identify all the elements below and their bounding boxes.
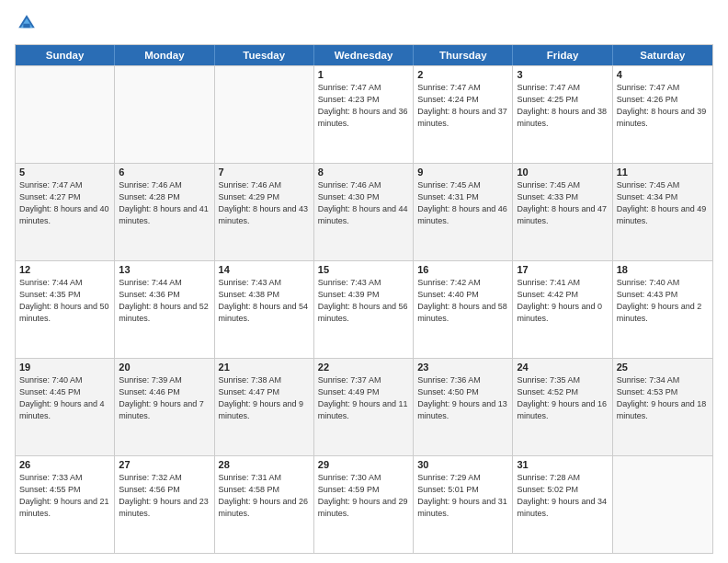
- calendar-cell: 21Sunrise: 7:38 AM Sunset: 4:47 PM Dayli…: [215, 359, 314, 455]
- day-number: 27: [119, 459, 210, 470]
- day-info: Sunrise: 7:40 AM Sunset: 4:43 PM Dayligh…: [617, 277, 709, 325]
- day-number: 9: [417, 167, 508, 178]
- day-number: 5: [19, 167, 110, 178]
- calendar-cell: 27Sunrise: 7:32 AM Sunset: 4:56 PM Dayli…: [115, 456, 214, 553]
- calendar-cell: 25Sunrise: 7:34 AM Sunset: 4:53 PM Dayli…: [613, 359, 712, 455]
- calendar-cell: 8Sunrise: 7:46 AM Sunset: 4:30 PM Daylig…: [314, 164, 414, 260]
- day-info: Sunrise: 7:33 AM Sunset: 4:55 PM Dayligh…: [19, 472, 110, 520]
- day-of-week-tuesday: Tuesday: [215, 45, 314, 65]
- calendar-cell: 2Sunrise: 7:47 AM Sunset: 4:24 PM Daylig…: [414, 66, 513, 163]
- calendar-cell: 15Sunrise: 7:43 AM Sunset: 4:39 PM Dayli…: [314, 261, 414, 358]
- calendar-cell: 24Sunrise: 7:35 AM Sunset: 4:52 PM Dayli…: [513, 359, 612, 455]
- day-number: 28: [219, 459, 310, 470]
- calendar-cell: [115, 66, 214, 163]
- day-number: 22: [318, 362, 409, 373]
- calendar-cell: 26Sunrise: 7:33 AM Sunset: 4:55 PM Dayli…: [16, 456, 115, 553]
- calendar-cell: 31Sunrise: 7:28 AM Sunset: 5:02 PM Dayli…: [513, 456, 612, 553]
- calendar-cell: 23Sunrise: 7:36 AM Sunset: 4:50 PM Dayli…: [414, 359, 513, 455]
- calendar-cell: 20Sunrise: 7:39 AM Sunset: 4:46 PM Dayli…: [115, 359, 214, 455]
- day-number: 29: [318, 459, 409, 470]
- calendar-cell: 10Sunrise: 7:45 AM Sunset: 4:33 PM Dayli…: [513, 164, 612, 260]
- calendar-body: 1Sunrise: 7:47 AM Sunset: 4:23 PM Daylig…: [16, 65, 712, 553]
- day-info: Sunrise: 7:36 AM Sunset: 4:50 PM Dayligh…: [417, 374, 508, 422]
- page: SundayMondayTuesdayWednesdayThursdayFrid…: [0, 0, 728, 563]
- day-info: Sunrise: 7:43 AM Sunset: 4:38 PM Dayligh…: [219, 277, 310, 325]
- day-number: 16: [417, 264, 508, 275]
- calendar-cell: 3Sunrise: 7:47 AM Sunset: 4:25 PM Daylig…: [513, 66, 612, 163]
- day-number: 21: [219, 362, 310, 373]
- calendar-cell: 4Sunrise: 7:47 AM Sunset: 4:26 PM Daylig…: [613, 66, 712, 163]
- day-info: Sunrise: 7:38 AM Sunset: 4:47 PM Dayligh…: [219, 374, 310, 422]
- day-info: Sunrise: 7:47 AM Sunset: 4:23 PM Dayligh…: [318, 82, 409, 130]
- day-info: Sunrise: 7:35 AM Sunset: 4:52 PM Dayligh…: [517, 374, 608, 422]
- day-number: 15: [318, 264, 409, 275]
- calendar-cell: 7Sunrise: 7:46 AM Sunset: 4:29 PM Daylig…: [215, 164, 314, 260]
- day-number: 19: [19, 362, 110, 373]
- calendar-cell: 30Sunrise: 7:29 AM Sunset: 5:01 PM Dayli…: [414, 456, 513, 553]
- day-info: Sunrise: 7:28 AM Sunset: 5:02 PM Dayligh…: [517, 472, 608, 520]
- calendar-header: SundayMondayTuesdayWednesdayThursdayFrid…: [16, 45, 712, 65]
- day-info: Sunrise: 7:46 AM Sunset: 4:30 PM Dayligh…: [318, 179, 409, 227]
- day-info: Sunrise: 7:43 AM Sunset: 4:39 PM Dayligh…: [318, 277, 409, 325]
- day-info: Sunrise: 7:45 AM Sunset: 4:33 PM Dayligh…: [517, 179, 608, 227]
- day-info: Sunrise: 7:45 AM Sunset: 4:31 PM Dayligh…: [417, 179, 508, 227]
- day-info: Sunrise: 7:47 AM Sunset: 4:25 PM Dayligh…: [517, 82, 608, 130]
- header: [15, 13, 713, 37]
- day-of-week-monday: Monday: [115, 45, 214, 65]
- calendar-row-0: 1Sunrise: 7:47 AM Sunset: 4:23 PM Daylig…: [16, 65, 712, 163]
- day-number: 13: [119, 264, 210, 275]
- day-info: Sunrise: 7:34 AM Sunset: 4:53 PM Dayligh…: [617, 374, 709, 422]
- day-number: 4: [617, 69, 709, 80]
- calendar-cell: 29Sunrise: 7:30 AM Sunset: 4:59 PM Dayli…: [314, 456, 414, 553]
- calendar-cell: 12Sunrise: 7:44 AM Sunset: 4:35 PM Dayli…: [16, 261, 115, 358]
- day-number: 14: [219, 264, 310, 275]
- day-of-week-wednesday: Wednesday: [314, 45, 414, 65]
- day-number: 26: [19, 459, 110, 470]
- calendar-cell: 18Sunrise: 7:40 AM Sunset: 4:43 PM Dayli…: [613, 261, 712, 358]
- day-of-week-sunday: Sunday: [16, 45, 115, 65]
- calendar-row-2: 12Sunrise: 7:44 AM Sunset: 4:35 PM Dayli…: [16, 260, 712, 358]
- calendar: SundayMondayTuesdayWednesdayThursdayFrid…: [15, 44, 713, 554]
- day-number: 23: [417, 362, 508, 373]
- calendar-cell: 19Sunrise: 7:40 AM Sunset: 4:45 PM Dayli…: [16, 359, 115, 455]
- day-info: Sunrise: 7:44 AM Sunset: 4:36 PM Dayligh…: [119, 277, 210, 325]
- logo-icon: [17, 13, 37, 33]
- day-info: Sunrise: 7:32 AM Sunset: 4:56 PM Dayligh…: [119, 472, 210, 520]
- calendar-cell: 17Sunrise: 7:41 AM Sunset: 4:42 PM Dayli…: [513, 261, 612, 358]
- calendar-cell: 13Sunrise: 7:44 AM Sunset: 4:36 PM Dayli…: [115, 261, 214, 358]
- day-number: 17: [517, 264, 608, 275]
- day-info: Sunrise: 7:31 AM Sunset: 4:58 PM Dayligh…: [219, 472, 310, 520]
- calendar-cell: 28Sunrise: 7:31 AM Sunset: 4:58 PM Dayli…: [215, 456, 314, 553]
- calendar-cell: [613, 456, 712, 553]
- day-number: 2: [417, 69, 508, 80]
- day-info: Sunrise: 7:42 AM Sunset: 4:40 PM Dayligh…: [417, 277, 508, 325]
- day-info: Sunrise: 7:47 AM Sunset: 4:27 PM Dayligh…: [19, 179, 110, 227]
- calendar-cell: 5Sunrise: 7:47 AM Sunset: 4:27 PM Daylig…: [16, 164, 115, 260]
- day-info: Sunrise: 7:47 AM Sunset: 4:24 PM Dayligh…: [417, 82, 508, 130]
- calendar-cell: 14Sunrise: 7:43 AM Sunset: 4:38 PM Dayli…: [215, 261, 314, 358]
- day-info: Sunrise: 7:30 AM Sunset: 4:59 PM Dayligh…: [318, 472, 409, 520]
- day-of-week-thursday: Thursday: [414, 45, 513, 65]
- calendar-cell: [215, 66, 314, 163]
- day-info: Sunrise: 7:29 AM Sunset: 5:01 PM Dayligh…: [417, 472, 508, 520]
- day-of-week-saturday: Saturday: [613, 45, 712, 65]
- day-info: Sunrise: 7:37 AM Sunset: 4:49 PM Dayligh…: [318, 374, 409, 422]
- day-number: 18: [617, 264, 709, 275]
- day-info: Sunrise: 7:39 AM Sunset: 4:46 PM Dayligh…: [119, 374, 210, 422]
- day-number: 24: [517, 362, 608, 373]
- day-info: Sunrise: 7:41 AM Sunset: 4:42 PM Dayligh…: [517, 277, 608, 325]
- day-info: Sunrise: 7:44 AM Sunset: 4:35 PM Dayligh…: [19, 277, 110, 325]
- day-number: 31: [517, 459, 608, 470]
- logo: [15, 13, 39, 37]
- day-number: 12: [19, 264, 110, 275]
- day-info: Sunrise: 7:45 AM Sunset: 4:34 PM Dayligh…: [617, 179, 709, 227]
- day-number: 1: [318, 69, 409, 80]
- day-info: Sunrise: 7:46 AM Sunset: 4:28 PM Dayligh…: [119, 179, 210, 227]
- calendar-cell: 16Sunrise: 7:42 AM Sunset: 4:40 PM Dayli…: [414, 261, 513, 358]
- day-number: 8: [318, 167, 409, 178]
- day-number: 7: [219, 167, 310, 178]
- day-number: 3: [517, 69, 608, 80]
- calendar-cell: [16, 66, 115, 163]
- calendar-cell: 11Sunrise: 7:45 AM Sunset: 4:34 PM Dayli…: [613, 164, 712, 260]
- day-number: 11: [617, 167, 709, 178]
